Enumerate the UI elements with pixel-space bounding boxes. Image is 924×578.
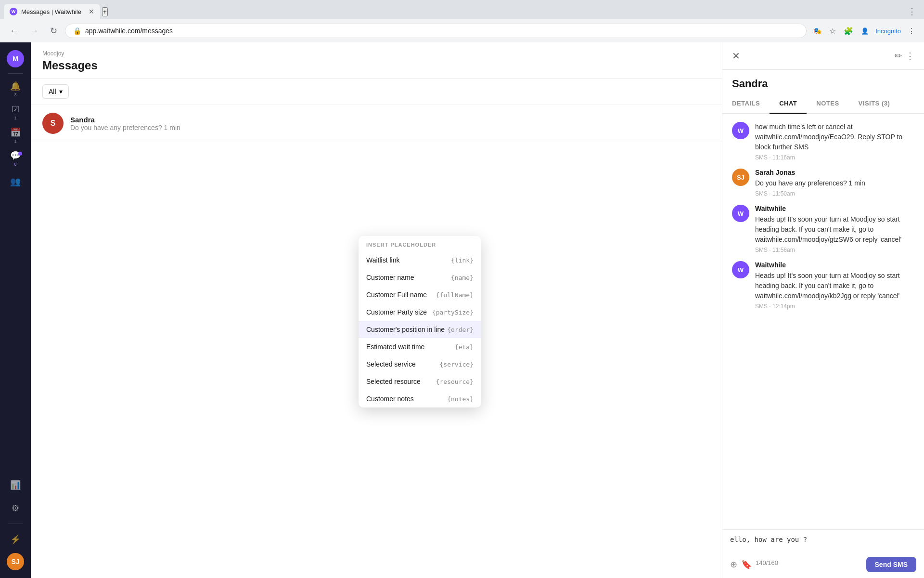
message-avatar-sandra: S — [42, 113, 64, 134]
dropdown-label-resource: Selected resource — [366, 378, 421, 385]
browser-profile-btn[interactable]: 👤 — [858, 25, 872, 38]
message-name: Sandra — [70, 116, 704, 124]
panel-close-btn[interactable]: ✕ — [732, 50, 740, 62]
address-bar[interactable]: 🔒 app.waitwhile.com/messages — [65, 24, 807, 38]
calendar-count: 1 — [14, 139, 16, 144]
extensions-btn[interactable]: 🧩 — [841, 24, 856, 39]
sidebar-bottom: 📊 ⚙ ⚡ SJ — [6, 475, 25, 570]
dropdown-placeholder-fullname: {fullName} — [436, 291, 474, 299]
reload-btn[interactable]: ↻ — [46, 24, 61, 38]
sidebar-divider-1 — [8, 73, 23, 74]
dropdown-item-fullname[interactable]: Customer Full name {fullName} — [359, 286, 481, 303]
incognito-label: Incognito — [873, 26, 903, 37]
browser-menu-btn[interactable]: ⋮ — [904, 4, 920, 19]
chat-meta-4: SMS · 12:14pm — [755, 303, 914, 310]
chat-sender-4: Waitwhile — [755, 261, 914, 269]
sidebar-item-calendar[interactable]: 📅 1 — [6, 126, 25, 145]
messages-active-dot — [18, 152, 22, 156]
chat-input-footer: ⊕ 🔖 140/160 Send SMS — [730, 557, 916, 572]
notifications-count: 3 — [14, 92, 16, 97]
dropdown-item-link[interactable]: Waitlist link {link} — [359, 251, 481, 269]
dropdown-placeholder-partysize: {partySize} — [432, 309, 474, 316]
sidebar-item-team[interactable]: 👥 — [6, 172, 25, 191]
tab-close-btn[interactable]: ✕ — [89, 8, 94, 15]
chat-avatar-waitwhile-1: W — [732, 122, 749, 139]
chat-avatar-waitwhile-4: W — [732, 261, 749, 278]
browser-toolbar: 🎭 ☆ 🧩 👤 Incognito ⋮ — [810, 24, 918, 39]
chat-text-2: Do you have any preferences? 1 min — [755, 178, 914, 188]
dropdown-item-eta[interactable]: Estimated wait time {eta} — [359, 338, 481, 355]
message-preview: Do you have any preferences? 1 min — [70, 124, 704, 131]
panel-actions: ✏ ⋮ — [895, 51, 914, 61]
messages-toolbar: All ▾ — [31, 79, 722, 105]
browser-chrome: W Messages | Waitwhile ✕ + ⋮ ← → ↻ 🔒 app… — [0, 0, 924, 42]
tab-notes[interactable]: NOTES — [807, 94, 848, 114]
page-title: Messages — [42, 59, 710, 72]
send-sms-btn[interactable]: Send SMS — [866, 557, 916, 572]
sidebar-item-help[interactable]: ⚡ — [6, 530, 25, 549]
camouflage-icon[interactable]: 🎭 — [810, 24, 824, 38]
forward-btn[interactable]: → — [26, 24, 42, 38]
chat-bubble-3: Waitwhile Heads up! It's soon your turn … — [755, 205, 914, 253]
sidebar-item-tasks[interactable]: ☑ 1 — [6, 103, 25, 122]
dropdown-header: INSERT PLACEHOLDER — [359, 236, 481, 251]
dropdown-label-order: Customer's position in line — [366, 326, 445, 333]
right-panel: ✕ ✏ ⋮ Sandra DETAILS CHAT NOTES VISITS (… — [722, 42, 924, 578]
dropdown-label-fullname: Customer Full name — [366, 291, 427, 299]
more-tools-btn[interactable]: ⋮ — [905, 24, 918, 39]
message-info-sandra: Sandra Do you have any preferences? 1 mi… — [70, 116, 704, 131]
more-options-btn[interactable]: ⋮ — [906, 51, 914, 61]
back-btn[interactable]: ← — [6, 24, 22, 38]
filter-button[interactable]: All ▾ — [42, 84, 69, 99]
sidebar-item-notifications[interactable]: 🔔 3 — [6, 79, 25, 99]
chat-meta-3: SMS · 11:56am — [755, 247, 914, 253]
dropdown-item-notes[interactable]: Customer notes {notes} — [359, 390, 481, 407]
dropdown-item-service[interactable]: Selected service {service} — [359, 355, 481, 373]
tab-details[interactable]: DETAILS — [722, 94, 770, 114]
sidebar-item-analytics[interactable]: 📊 — [6, 475, 25, 495]
chat-text-1: how much time's left or cancel at waitwh… — [755, 122, 914, 152]
tab-visits[interactable]: VISITS (3) — [849, 94, 900, 114]
lock-icon: 🔒 — [73, 27, 81, 35]
sidebar-item-settings[interactable]: ⚙ — [6, 499, 25, 518]
sidebar-item-messages[interactable]: 💬 0 — [6, 149, 25, 168]
dropdown-item-name[interactable]: Customer name {name} — [359, 269, 481, 286]
dropdown-label-notes: Customer notes — [366, 395, 414, 403]
active-tab[interactable]: W Messages | Waitwhile ✕ — [4, 4, 100, 19]
chat-messages: W how much time's left or cancel at wait… — [722, 114, 924, 529]
dropdown-item-order[interactable]: Customer's position in line {order} — [359, 321, 481, 338]
edit-btn[interactable]: ✏ — [895, 51, 902, 61]
bookmark-star-btn[interactable]: ☆ — [826, 24, 839, 39]
dropdown-item-resource[interactable]: Selected resource {resource} — [359, 373, 481, 390]
tasks-count: 1 — [14, 116, 16, 120]
dropdown-placeholder-service: {service} — [440, 361, 474, 368]
chat-text-4: Heads up! It's soon your turn at Moodjoy… — [755, 271, 914, 301]
add-icon[interactable]: ⊕ — [730, 559, 737, 570]
breadcrumb: Moodjoy — [42, 50, 710, 57]
new-tab-btn[interactable]: + — [102, 7, 108, 16]
panel-tabs: DETAILS CHAT NOTES VISITS (3) — [722, 94, 924, 114]
dropdown-placeholder-eta: {eta} — [455, 343, 474, 351]
workspace-avatar[interactable]: M — [7, 50, 24, 67]
chat-message-1: W how much time's left or cancel at wait… — [732, 122, 914, 161]
sidebar-divider-2 — [8, 524, 23, 524]
char-count: 140/160 — [756, 559, 778, 570]
message-item-sandra[interactable]: S Sandra Do you have any preferences? 1 … — [31, 105, 722, 142]
help-icon: ⚡ — [10, 534, 21, 545]
chat-bubble-4: Waitwhile Heads up! It's soon your turn … — [755, 261, 914, 310]
notifications-icon: 🔔 — [10, 81, 21, 92]
chat-avatar-sarah: SJ — [732, 169, 749, 186]
dropdown-label-name: Customer name — [366, 274, 414, 281]
chat-avatar-waitwhile-3: W — [732, 205, 749, 222]
tab-chat[interactable]: CHAT — [770, 94, 807, 114]
dropdown-item-partysize[interactable]: Customer Party size {partySize} — [359, 303, 481, 321]
user-avatar[interactable]: SJ — [7, 553, 24, 570]
chat-input-actions: ⊕ 🔖 140/160 — [730, 559, 778, 570]
analytics-icon: 📊 — [10, 480, 21, 490]
chat-sender-3: Waitwhile — [755, 205, 914, 212]
dropdown-label-partysize: Customer Party size — [366, 308, 427, 316]
chat-input[interactable]: ello, how are you ? — [730, 536, 916, 551]
tasks-icon: ☑ — [12, 104, 19, 115]
nav-bar: ← → ↻ 🔒 app.waitwhile.com/messages 🎭 ☆ 🧩… — [0, 19, 924, 42]
bookmark-icon[interactable]: 🔖 — [741, 559, 752, 570]
